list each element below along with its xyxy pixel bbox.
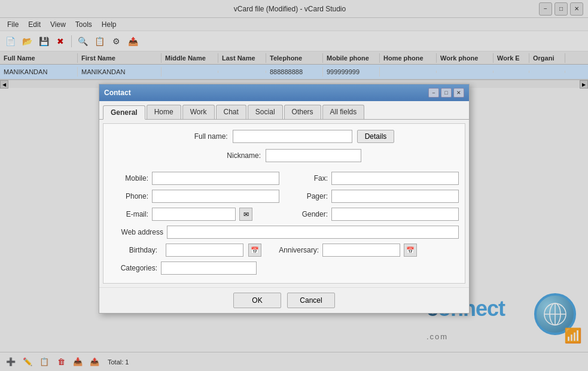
anniversary-calendar-button[interactable]: 📅	[404, 244, 417, 257]
webaddress-input[interactable]	[167, 226, 459, 239]
fields-grid: Mobile: Fax: Phone: Pager: E-mail:	[109, 172, 459, 221]
form-area: Full name: Details Nickname: Mobile: Fax…	[103, 123, 465, 284]
email-icon-button[interactable]: ✉	[239, 208, 252, 221]
categories-label: Categories:	[109, 264, 157, 272]
fullname-label: Full name:	[174, 132, 228, 141]
dialog-minimize-button[interactable]: −	[428, 88, 439, 98]
anniversary-label: Anniversary:	[271, 246, 319, 254]
birthday-row: Birthday: 📅	[109, 244, 261, 257]
cancel-button[interactable]: Cancel	[287, 293, 335, 308]
tab-home[interactable]: Home	[147, 105, 181, 119]
gender-field-pair: Gender:	[289, 208, 459, 221]
email-row: ✉	[152, 208, 252, 221]
email-input[interactable]	[152, 208, 236, 221]
contact-dialog: Contact − □ ✕ General Home Work Chat Soc…	[99, 84, 470, 314]
dialog-close-button[interactable]: ✕	[453, 88, 464, 98]
mobile-field-pair: Mobile:	[109, 172, 279, 185]
tab-general[interactable]: General	[103, 105, 145, 120]
dialog-footer: OK Cancel	[99, 287, 469, 313]
categories-input[interactable]	[161, 261, 257, 275]
categories-row: Categories:	[109, 261, 459, 275]
email-field-pair: E-mail: ✉	[109, 208, 279, 221]
pager-field-pair: Pager:	[289, 190, 459, 203]
webaddress-label: Web address	[109, 228, 163, 236]
dialog-titlebar: Contact − □ ✕	[99, 84, 469, 101]
tab-social[interactable]: Social	[248, 105, 283, 119]
tab-others[interactable]: Others	[284, 105, 321, 119]
webaddress-row: Web address	[109, 226, 459, 239]
fax-field-pair: Fax:	[289, 172, 459, 185]
phone-label: Phone:	[109, 192, 148, 200]
fullname-row: Full name: Details	[109, 130, 459, 143]
dialog-maximize-button[interactable]: □	[441, 88, 452, 98]
mobile-label: Mobile:	[109, 174, 148, 183]
birthday-calendar-button[interactable]: 📅	[248, 244, 261, 257]
email-label: E-mail:	[109, 210, 148, 218]
tab-chat[interactable]: Chat	[216, 105, 246, 119]
tabs-container: General Home Work Chat Social Others All…	[99, 101, 469, 120]
tab-allfields[interactable]: All fields	[322, 105, 365, 119]
nickname-label: Nickname:	[207, 151, 261, 160]
fax-label: Fax:	[289, 174, 328, 183]
ok-button[interactable]: OK	[233, 293, 281, 308]
fax-input[interactable]	[331, 172, 459, 185]
mobile-input[interactable]	[152, 172, 279, 185]
details-button[interactable]: Details	[357, 130, 395, 143]
dialog-window-controls: − □ ✕	[428, 88, 464, 98]
pager-label: Pager:	[289, 192, 328, 200]
gender-input[interactable]	[331, 208, 459, 221]
dialog-title: Contact	[104, 89, 131, 97]
pager-input[interactable]	[331, 190, 459, 203]
phone-input[interactable]	[152, 190, 279, 203]
birthday-label: Birthday:	[109, 246, 157, 254]
nickname-input[interactable]	[266, 149, 361, 162]
anniversary-input[interactable]	[322, 244, 400, 257]
birthday-input[interactable]	[166, 244, 243, 257]
fullname-input[interactable]	[233, 130, 352, 143]
anniversary-pair: Anniversary: 📅	[271, 244, 417, 257]
tab-work[interactable]: Work	[182, 105, 215, 119]
dates-row: Birthday: 📅 Anniversary: 📅	[109, 244, 459, 257]
phone-field-pair: Phone:	[109, 190, 279, 203]
gender-label: Gender:	[289, 210, 328, 218]
nickname-row: Nickname:	[109, 149, 459, 162]
